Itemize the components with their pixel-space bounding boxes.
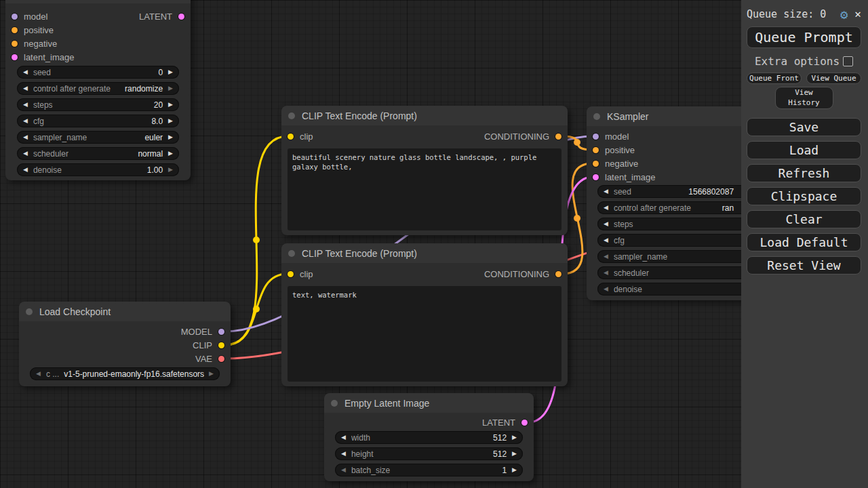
- queue-front-button[interactable]: Queue Front: [747, 73, 802, 84]
- increment-icon[interactable]: ▶: [512, 467, 517, 473]
- output-slot-vae[interactable]: [218, 356, 224, 362]
- decrement-icon[interactable]: ◀: [341, 434, 346, 441]
- input-slot-model[interactable]: [593, 134, 599, 140]
- widget-sampler-name[interactable]: ◀sampler_name▶: [597, 250, 762, 263]
- output-slot-latent[interactable]: [178, 14, 184, 20]
- increment-icon[interactable]: ▶: [512, 451, 517, 457]
- increment-icon[interactable]: ▶: [168, 69, 173, 75]
- widget-denoise[interactable]: ◀denoise1.00▶: [17, 163, 179, 176]
- collapse-dot-icon[interactable]: [26, 308, 33, 315]
- decrement-icon[interactable]: ◀: [341, 451, 346, 457]
- input-slot-clip[interactable]: [288, 271, 294, 277]
- increment-icon[interactable]: ▶: [168, 85, 173, 92]
- output-slot-conditioning[interactable]: [555, 134, 561, 140]
- widget-height[interactable]: ◀height512▶: [335, 447, 523, 460]
- input-slot-positive[interactable]: [593, 147, 599, 153]
- node-title: CLIP Text Encode (Prompt): [302, 110, 417, 121]
- input-slot-clip[interactable]: [288, 134, 294, 140]
- clear-button[interactable]: Clear: [747, 210, 861, 228]
- input-slot-latent-image[interactable]: [12, 54, 18, 60]
- reset-view-button[interactable]: Reset View: [747, 256, 861, 274]
- decrement-icon[interactable]: ◀: [604, 286, 608, 292]
- widget-steps[interactable]: ◀steps20▶: [17, 98, 179, 111]
- link-dot[interactable]: [253, 306, 260, 312]
- output-slot-conditioning[interactable]: [555, 271, 561, 277]
- node-clip-text-encode-positive[interactable]: CLIP Text Encode (Prompt) clip CONDITION…: [281, 106, 568, 235]
- decrement-icon[interactable]: ◀: [23, 118, 28, 124]
- widget-width[interactable]: ◀width512▶: [335, 431, 523, 444]
- node-header[interactable]: Empty Latent Image: [324, 393, 534, 413]
- output-slot-model[interactable]: [218, 329, 224, 335]
- decrement-icon[interactable]: ◀: [604, 253, 608, 260]
- decrement-icon[interactable]: ◀: [23, 167, 28, 173]
- decrement-icon[interactable]: ◀: [23, 150, 28, 157]
- widget-ckpt-name[interactable]: ◀c ...v1-5-pruned-emaonly-fp16.safetenso…: [30, 367, 220, 380]
- widget-scheduler[interactable]: ◀schedulernormal▶: [17, 147, 179, 160]
- output-slot-latent[interactable]: [521, 420, 528, 426]
- decrement-icon[interactable]: ◀: [36, 371, 41, 377]
- save-button[interactable]: Save: [747, 118, 861, 136]
- node-ksampler-left[interactable]: KSampler model LATENT positive negative …: [5, 0, 191, 180]
- widget-seed[interactable]: ◀seed0▶: [17, 66, 179, 79]
- clipspace-button[interactable]: Clipspace: [747, 187, 861, 205]
- increment-icon[interactable]: ▶: [168, 134, 173, 140]
- collapse-dot-icon[interactable]: [288, 113, 295, 119]
- increment-icon[interactable]: ▶: [168, 102, 173, 108]
- decrement-icon[interactable]: ◀: [604, 237, 608, 243]
- widget-cfg[interactable]: ◀cfg8.0▶: [17, 115, 179, 127]
- decrement-icon[interactable]: ◀: [604, 221, 608, 227]
- input-slot-negative[interactable]: [12, 41, 18, 47]
- widget-denoise[interactable]: ◀denoise▶: [597, 283, 762, 296]
- decrement-icon[interactable]: ◀: [23, 69, 28, 75]
- queue-prompt-button[interactable]: Queue Prompt: [747, 26, 861, 48]
- widget-scheduler[interactable]: ◀scheduler▶: [597, 266, 762, 279]
- node-header[interactable]: Load Checkpoint: [19, 302, 231, 321]
- positive-prompt-textarea[interactable]: beautiful scenery nature glass bottle la…: [288, 148, 561, 230]
- node-empty-latent-image[interactable]: Empty Latent Image LATENT ◀width512▶ ◀he…: [324, 393, 534, 481]
- widget-control-after-generate[interactable]: ◀control after generaterandomize▶: [17, 82, 179, 95]
- input-slot-negative[interactable]: [593, 161, 599, 167]
- node-clip-text-encode-negative[interactable]: CLIP Text Encode (Prompt) clip CONDITION…: [281, 243, 568, 386]
- widget-cfg[interactable]: ◀cfg▶: [597, 234, 762, 247]
- settings-gear-icon[interactable]: ⚙: [840, 8, 848, 21]
- increment-icon[interactable]: ▶: [512, 434, 517, 441]
- link-dot[interactable]: [574, 139, 580, 146]
- widget-seed[interactable]: ◀seed1566802087▶: [597, 185, 762, 198]
- load-default-button[interactable]: Load Default: [747, 233, 861, 251]
- node-header[interactable]: CLIP Text Encode (Prompt): [281, 243, 568, 263]
- input-slot-positive[interactable]: [12, 27, 18, 33]
- widget-steps[interactable]: ◀steps▶: [597, 218, 762, 230]
- increment-icon[interactable]: ▶: [168, 150, 173, 157]
- collapse-dot-icon[interactable]: [331, 400, 338, 407]
- widget-control-after-generate[interactable]: ◀control after generateran▶: [597, 201, 762, 214]
- decrement-icon[interactable]: ◀: [23, 85, 28, 92]
- output-slot-clip[interactable]: [218, 342, 224, 348]
- view-history-button[interactable]: View History: [775, 87, 833, 109]
- negative-prompt-textarea[interactable]: text, watermark: [288, 286, 561, 382]
- increment-icon[interactable]: ▶: [168, 118, 173, 124]
- decrement-icon[interactable]: ◀: [341, 467, 346, 473]
- increment-icon[interactable]: ▶: [209, 371, 214, 377]
- collapse-dot-icon[interactable]: [593, 113, 600, 120]
- input-slot-model[interactable]: [12, 14, 18, 20]
- decrement-icon[interactable]: ◀: [23, 102, 28, 108]
- link-dot[interactable]: [253, 237, 260, 243]
- view-queue-button[interactable]: View Queue: [806, 73, 861, 84]
- link-dot[interactable]: [574, 215, 580, 222]
- refresh-button[interactable]: Refresh: [747, 164, 861, 182]
- increment-icon[interactable]: ▶: [168, 167, 173, 173]
- decrement-icon[interactable]: ◀: [604, 270, 608, 276]
- node-header[interactable]: CLIP Text Encode (Prompt): [281, 106, 568, 125]
- collapse-dot-icon[interactable]: [288, 250, 295, 257]
- decrement-icon[interactable]: ◀: [23, 134, 28, 140]
- load-button[interactable]: Load: [747, 141, 861, 159]
- decrement-icon[interactable]: ◀: [604, 188, 608, 195]
- node-header[interactable]: KSampler: [5, 0, 191, 3]
- widget-sampler-name[interactable]: ◀sampler_nameeuler▶: [17, 131, 179, 144]
- close-icon[interactable]: ✕: [854, 9, 861, 20]
- extra-options-checkbox[interactable]: [843, 56, 853, 66]
- node-load-checkpoint[interactable]: Load Checkpoint MODEL CLIP VAE ◀c ...v1-…: [19, 302, 231, 386]
- widget-batch-size[interactable]: ◀batch_size1▶: [335, 464, 523, 476]
- input-slot-latent-image[interactable]: [593, 174, 599, 180]
- decrement-icon[interactable]: ◀: [604, 205, 608, 211]
